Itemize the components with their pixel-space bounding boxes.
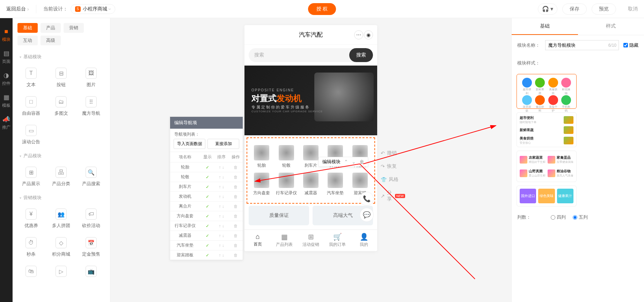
move-down-icon[interactable]: ⌄	[352, 159, 356, 165]
style-action[interactable]: 👕风格	[381, 176, 405, 183]
sort-up-icon[interactable]: ↑	[219, 194, 221, 199]
redo-action[interactable]: ↷恢复	[381, 163, 405, 169]
sort-down-icon[interactable]: ↓	[222, 224, 224, 228]
row-delete-icon[interactable]: 🗑	[228, 250, 243, 260]
mod-image[interactable]: 🖼图片	[76, 63, 106, 92]
rail-module[interactable]: ■模块	[0, 24, 13, 46]
sort-up-icon[interactable]: ↑	[219, 233, 221, 238]
search-button[interactable]: 搜索	[349, 48, 373, 62]
sort-up-icon[interactable]: ↑	[219, 204, 221, 209]
row-show-toggle[interactable]: ✓	[200, 231, 214, 241]
mod-multi-image[interactable]: 🗂多图文	[46, 92, 76, 121]
nav-item-1[interactable]: 轮毂	[274, 143, 298, 171]
more-icon[interactable]: ⋯	[354, 30, 363, 39]
banner[interactable]: OPPOSITE ENGINE 对置式发动机 专属定制你的爱车升级服务 CUST…	[244, 66, 377, 135]
mod-seckill[interactable]: ⏱秒杀	[16, 233, 46, 262]
row-delete-icon[interactable]: 🗑	[228, 231, 243, 241]
add-direct-button[interactable]: 直接添加	[207, 139, 239, 149]
import-data-button[interactable]: 导入页面数据	[174, 139, 205, 149]
tab-marketing[interactable]: 营销	[64, 23, 84, 33]
nav-item-6[interactable]: 行车记录仪	[274, 171, 298, 198]
promo-card-1[interactable]: 质量保证	[249, 206, 309, 225]
style-option-3[interactable]: 农家蔬菜精选好干生鲜 家禽蛋品应季健康美味 山野真菌爱上山原生鲜 粮油谷物最高人…	[517, 151, 577, 182]
preview-button[interactable]: 预览	[592, 3, 616, 15]
mod-product-display[interactable]: ⊞产品展示	[16, 163, 46, 191]
row-show-toggle[interactable]: ✓	[200, 182, 214, 192]
hide-checkbox[interactable]: 隐藏	[623, 42, 638, 48]
row-show-toggle[interactable]: ✓	[200, 211, 214, 221]
magic-nav-module[interactable]: 轮胎轮毂刹车片发动机离合片方向盘套行车记录仪减震器汽车坐垫迎宾踏	[247, 137, 375, 204]
module-name-input[interactable]	[545, 40, 619, 50]
sort-down-icon[interactable]: ↓	[222, 233, 224, 238]
rail-control[interactable]: ◑控件	[0, 68, 13, 90]
contact-fab-phone[interactable]: 📞	[360, 192, 374, 206]
mod-scroll-notice[interactable]: ▭滚动公告	[16, 121, 46, 149]
authorize-button[interactable]: 授 权	[308, 3, 336, 15]
undo-action[interactable]: ↶撤销	[381, 150, 405, 156]
row-show-toggle[interactable]: ✓	[200, 221, 214, 231]
target-icon[interactable]: ◉	[364, 30, 373, 39]
radio-4col[interactable]: 四列	[551, 214, 566, 220]
rail-promo[interactable]: 📣推广	[0, 112, 13, 134]
mod-product-search[interactable]: 🔍产品搜索	[76, 163, 106, 191]
row-delete-icon[interactable]: 🗑	[228, 221, 243, 231]
group-product[interactable]: 产品模块	[13, 149, 110, 163]
row-delete-icon[interactable]: 🗑	[228, 241, 243, 250]
nav-item-8[interactable]: 汽车坐垫	[323, 171, 347, 198]
rail-template[interactable]: ▦模板	[0, 90, 13, 112]
group-marketing[interactable]: 营销模块	[13, 191, 110, 204]
sort-down-icon[interactable]: ↓	[222, 243, 224, 248]
tab-product[interactable]: 产品	[41, 23, 61, 33]
sort-up-icon[interactable]: ↑	[219, 165, 221, 170]
sort-up-icon[interactable]: ↑	[219, 214, 221, 219]
back-button[interactable]: 返回后台	[6, 6, 29, 12]
row-show-toggle[interactable]: ✓	[200, 192, 214, 202]
row-delete-icon[interactable]: 🗑	[228, 211, 243, 221]
row-delete-icon[interactable]: 🗑	[228, 192, 243, 202]
delete-module-icon[interactable]: 🗑	[359, 159, 364, 165]
prop-tab-style[interactable]: 样式	[578, 18, 644, 35]
mod-text[interactable]: T文本	[16, 63, 46, 92]
nav-item-5[interactable]: 方向盘套	[249, 171, 274, 198]
tab-basic[interactable]: 基础	[17, 23, 38, 33]
mod-extra-1[interactable]: 🛍	[16, 262, 46, 284]
nav-item-7[interactable]: 减震器	[299, 171, 323, 198]
sort-up-icon[interactable]: ↑	[219, 175, 221, 180]
sort-down-icon[interactable]: ↓	[222, 194, 224, 199]
tab-orders[interactable]: 🛒我的订单	[324, 230, 351, 251]
row-delete-icon[interactable]: 🗑	[228, 172, 243, 182]
style-option-4[interactable]: 国外进口 绿色美味 健康果汁	[517, 186, 577, 206]
sort-up-icon[interactable]: ↑	[219, 253, 221, 258]
mod-bargain[interactable]: 🏷砍价活动	[76, 204, 106, 233]
tab-advanced[interactable]: 高级	[41, 36, 61, 45]
sort-down-icon[interactable]: ↓	[222, 175, 224, 180]
sort-down-icon[interactable]: ↓	[222, 214, 224, 219]
style-option-1[interactable]: 超市便利新鲜果蔬美食烘焙鲜花缘物 家居家纺食品饮料美妆个护手机数码	[517, 74, 577, 109]
sort-down-icon[interactable]: ↓	[222, 253, 224, 258]
style-option-2[interactable]: 超市便利随时随地下单 新鲜果蔬 美食烘焙安全放心	[517, 112, 577, 147]
prop-tab-basic[interactable]: 基础	[512, 18, 578, 35]
mod-free-container[interactable]: □自由容器	[16, 92, 46, 121]
search-bar[interactable]: 搜索 搜索	[249, 48, 373, 62]
tab-activity[interactable]: ⊞活动促销	[298, 230, 324, 251]
design-select[interactable]: S 小程序商城	[71, 4, 116, 14]
mod-coupon[interactable]: ¥优惠券	[16, 204, 46, 233]
tab-home[interactable]: ⌂首页	[244, 230, 271, 251]
mod-points[interactable]: ◇积分商城	[46, 233, 76, 262]
mod-product-category[interactable]: 品产品分类	[46, 163, 76, 191]
mod-extra-3[interactable]: 📺	[76, 262, 106, 284]
hide-check[interactable]	[623, 43, 628, 47]
row-delete-icon[interactable]: 🗑	[228, 182, 243, 192]
mod-button[interactable]: ⊟按钮	[46, 63, 76, 92]
mod-magic-nav[interactable]: ⠿魔方导航	[76, 92, 106, 121]
sort-down-icon[interactable]: ↓	[222, 184, 224, 189]
move-up-icon[interactable]: ⌃	[344, 159, 348, 165]
tab-products[interactable]: ▦产品列表	[271, 230, 298, 251]
rail-page[interactable]: ▤页面	[0, 46, 13, 68]
cancel-button[interactable]: 取消	[621, 4, 638, 14]
sort-up-icon[interactable]: ↑	[219, 224, 221, 228]
radio-5col[interactable]: 五列	[573, 214, 588, 220]
sort-down-icon[interactable]: ↓	[222, 165, 224, 170]
row-show-toggle[interactable]: ✓	[200, 172, 214, 182]
support-button[interactable]: 🎧 ▾	[538, 3, 557, 15]
